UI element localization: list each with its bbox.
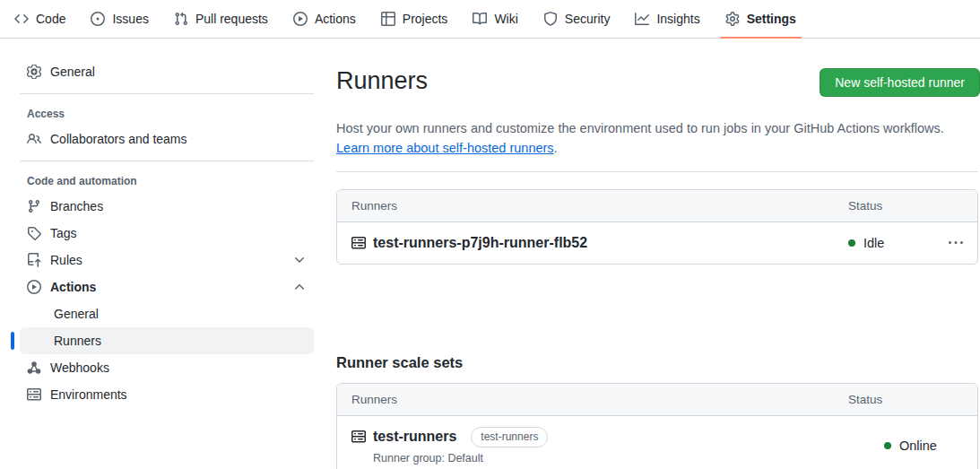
table-row: test-runners-p7j9h-runner-flb52 Idle <box>337 222 977 264</box>
runner-label-badge: test-runners <box>471 427 548 447</box>
sidebar-item-label: Environments <box>50 387 127 402</box>
runners-description: Host your own runners and customize the … <box>336 118 980 159</box>
sidebar-item-actions-general[interactable]: General <box>20 300 314 327</box>
status-dot-idle <box>848 239 855 247</box>
tab-label: Projects <box>403 12 448 26</box>
tab-issues[interactable]: Issues <box>78 0 160 38</box>
shield-icon <box>543 12 558 26</box>
sidebar-item-label: Branches <box>50 199 103 213</box>
sidebar-item-tags[interactable]: Tags <box>20 220 314 247</box>
play-icon <box>293 12 308 26</box>
sidebar-item-branches[interactable]: Branches <box>20 193 314 220</box>
tab-actions[interactable]: Actions <box>281 0 369 38</box>
section-divider <box>336 171 978 172</box>
sidebar-item-label: Webhooks <box>50 360 109 375</box>
tag-icon <box>27 226 41 240</box>
sidebar-divider <box>20 93 314 94</box>
chevron-up-icon <box>292 280 307 294</box>
server-icon <box>351 236 366 250</box>
new-self-hosted-runner-button[interactable]: New self-hosted runner <box>820 68 980 97</box>
rules-icon <box>27 253 41 267</box>
column-header-status: Status <box>848 393 963 406</box>
sidebar-section-access: Access <box>20 102 314 126</box>
runner-scale-sets-table: Runners Status test-runners test-runners… <box>336 383 978 469</box>
column-header-status: Status <box>848 199 963 213</box>
runners-settings-panel: Runners New self-hosted runner Host your… <box>335 39 980 469</box>
sidebar-item-environments[interactable]: Environments <box>20 381 314 408</box>
repo-tab-bar: Code Issues Pull requests Actions Projec… <box>0 0 980 39</box>
tab-projects[interactable]: Projects <box>369 0 461 38</box>
sentence-period: . <box>554 141 558 155</box>
column-header-runners: Runners <box>351 393 848 406</box>
tab-wiki[interactable]: Wiki <box>460 0 530 38</box>
runner-group: Runner group: Default <box>373 452 884 465</box>
sidebar-item-label: General <box>54 307 99 321</box>
tab-label: Actions <box>315 12 356 26</box>
status-label: Online <box>899 439 937 453</box>
table-icon <box>381 12 395 26</box>
description-text: Host your own runners and customize the … <box>336 121 944 135</box>
tab-security[interactable]: Security <box>531 0 623 38</box>
status-dot-online <box>884 442 891 449</box>
kebab-horizontal-icon <box>949 236 963 250</box>
settings-sidebar: General Access Collaborators and teams C… <box>0 39 335 469</box>
kebab-menu-button[interactable] <box>927 236 963 250</box>
sidebar-item-label: Collaborators and teams <box>50 132 187 146</box>
git-branch-icon <box>27 199 41 213</box>
chevron-down-icon <box>292 253 307 267</box>
sidebar-item-label: Actions <box>50 280 96 294</box>
sidebar-item-rules[interactable]: Rules <box>20 247 314 274</box>
scale-sets-table-header: Runners Status <box>337 384 977 416</box>
code-icon <box>14 12 29 26</box>
sidebar-section-code-automation: Code and automation <box>20 169 314 193</box>
sidebar-item-webhooks[interactable]: Webhooks <box>20 354 314 381</box>
git-pull-request-icon <box>174 12 188 26</box>
runners-table-header: Runners Status <box>337 190 977 222</box>
sidebar-item-actions-runners[interactable]: Runners <box>20 327 314 354</box>
graph-icon <box>635 12 649 26</box>
tab-code[interactable]: Code <box>2 0 78 38</box>
sidebar-divider <box>20 161 314 161</box>
webhook-icon <box>27 360 41 375</box>
tab-settings[interactable]: Settings <box>713 0 809 38</box>
sidebar-item-collaborators[interactable]: Collaborators and teams <box>20 126 314 152</box>
server-icon <box>351 430 366 444</box>
runner-name: test-runners <box>373 429 456 445</box>
sidebar-item-label: Rules <box>50 253 82 267</box>
tab-pull-requests[interactable]: Pull requests <box>161 0 281 38</box>
tab-insights[interactable]: Insights <box>622 0 712 38</box>
tab-label: Security <box>565 12 611 26</box>
people-icon <box>27 132 41 146</box>
runner-name: test-runners-p7j9h-runner-flb52 <box>373 235 587 251</box>
sidebar-item-label: Tags <box>50 226 77 240</box>
tab-label: Wiki <box>494 12 517 26</box>
learn-more-link[interactable]: Learn more about self-hosted runners <box>336 141 554 155</box>
sidebar-item-label: Runners <box>54 334 101 348</box>
status-label: Idle <box>863 236 884 250</box>
gear-icon <box>27 65 41 79</box>
tab-label: Issues <box>112 12 148 26</box>
book-icon <box>473 12 487 26</box>
page-title: Runners <box>336 68 428 95</box>
server-icon <box>27 387 41 402</box>
sidebar-item-general[interactable]: General <box>20 58 314 85</box>
runners-table: Runners Status test-runners-p7j9h-runner… <box>336 189 978 265</box>
tab-label: Settings <box>747 12 796 26</box>
tab-label: Insights <box>656 12 699 26</box>
sidebar-item-label: General <box>50 65 95 79</box>
tab-label: Code <box>36 12 65 26</box>
gear-icon <box>725 12 740 26</box>
tab-label: Pull requests <box>195 12 268 26</box>
play-icon <box>27 280 41 294</box>
sidebar-item-actions[interactable]: Actions <box>20 274 314 300</box>
runner-scale-sets-title: Runner scale sets <box>336 354 980 371</box>
table-row: test-runners test-runners Runner group: … <box>337 416 977 469</box>
column-header-runners: Runners <box>351 199 848 213</box>
issue-opened-icon <box>91 12 105 26</box>
